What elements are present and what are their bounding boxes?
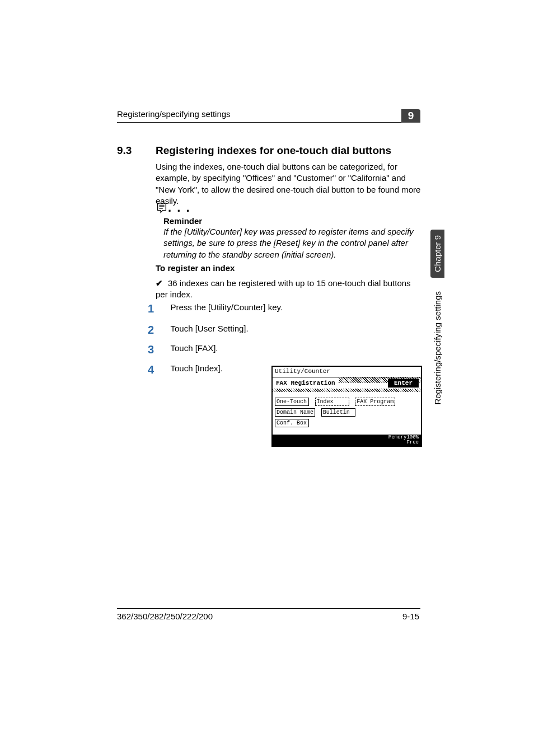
lcd-footer-free: Free <box>275 440 419 445</box>
reminder-icon: . . . <box>156 200 191 215</box>
lcd-content: One-Touch Index FAX Program Domain Name … <box>273 392 421 435</box>
step-number: 3 <box>148 343 168 356</box>
step-text: Press the [Utility/Counter] key. <box>170 302 416 312</box>
footer-page: 9-15 <box>402 612 419 621</box>
reminder-body: If the [Utility/Counter] key was pressed… <box>163 226 421 260</box>
footer-rule <box>117 608 420 609</box>
step-1: 1 Press the [Utility/Counter] key. <box>148 302 422 315</box>
step-number: 2 <box>148 324 168 337</box>
procedure-heading: To register an index <box>156 263 235 273</box>
step-number: 1 <box>148 302 168 315</box>
header-rule <box>117 122 420 123</box>
lcd-footer-mem: Memory <box>388 435 406 440</box>
lcd-onetouch-button[interactable]: One-Touch <box>275 398 309 406</box>
step-2: 2 Touch [User Setting]. <box>148 324 422 337</box>
chapter-badge: 9 <box>401 109 420 123</box>
lcd-title: FAX Registration <box>273 377 339 389</box>
procedure-note-text: 36 indexes can be registered with up to … <box>156 278 411 299</box>
section-title: Registering indexes for one-touch dial b… <box>156 144 391 157</box>
lcd-titlebar: FAX Registration Enter <box>273 377 421 392</box>
section-intro: Using the indexes, one-touch dial button… <box>156 161 421 207</box>
step-text: Touch [User Setting]. <box>170 324 416 333</box>
lcd-screenshot: Utility/Counter FAX Registration Enter O… <box>271 366 422 447</box>
lcd-footer: Memory100% Free <box>273 435 421 446</box>
check-icon: ✔ <box>156 278 168 289</box>
lcd-topbar: Utility/Counter <box>273 367 421 377</box>
section-number: 9.3 <box>117 144 132 157</box>
lcd-domainname-button[interactable]: Domain Name <box>275 408 315 417</box>
lcd-breadcrumb: Utility/Counter <box>273 367 332 376</box>
step-3: 3 Touch [FAX]. <box>148 343 422 356</box>
footer-model: 362/350/282/250/222/200 <box>117 612 213 621</box>
reminder-heading: Reminder <box>163 216 202 226</box>
lcd-enter-button[interactable]: Enter <box>388 379 419 388</box>
side-section-label: Registering/specifying settings <box>433 291 442 405</box>
lcd-faxprogram-button[interactable]: FAX Program <box>355 398 395 406</box>
running-title: Registering/specifying settings <box>117 109 231 119</box>
lcd-bulletin-button[interactable]: Bulletin <box>321 408 355 417</box>
lcd-confbox-button[interactable]: Conf. Box <box>275 419 309 427</box>
lcd-index-button[interactable]: Index <box>315 398 349 406</box>
procedure-note: ✔36 indexes can be registered with up to… <box>156 278 421 301</box>
side-chapter-tab: Chapter 9 <box>430 230 444 278</box>
step-text: Touch [FAX]. <box>170 343 416 353</box>
step-number: 4 <box>148 363 168 376</box>
